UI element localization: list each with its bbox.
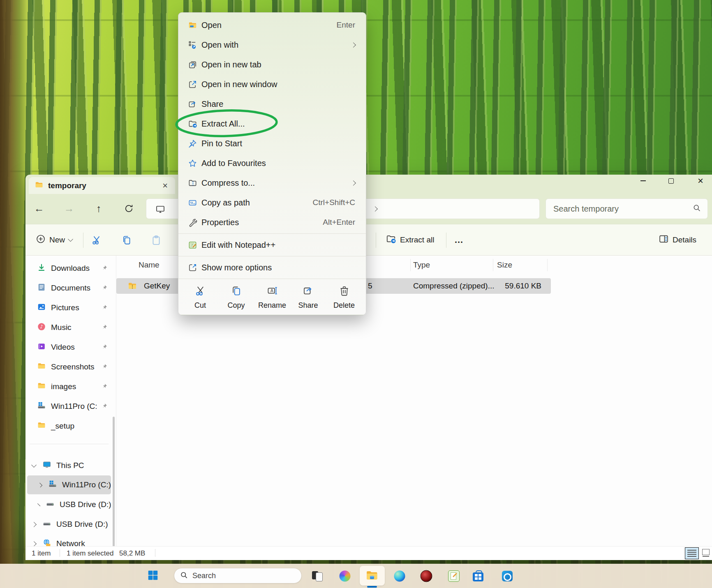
quick-action-share[interactable]: Share: [293, 285, 324, 310]
sidebar-item-videos[interactable]: Videos: [27, 338, 111, 357]
icons-view-toggle[interactable]: [702, 549, 710, 555]
extract-icon: [187, 119, 197, 129]
menu-item-pin-to-start[interactable]: Pin to Start: [178, 134, 366, 153]
menu-item-open[interactable]: Open Enter: [178, 15, 366, 35]
menu-item-open-in-new-tab[interactable]: Open in new tab: [178, 55, 366, 74]
share-icon: [187, 99, 197, 109]
column-divider[interactable]: [410, 259, 411, 271]
taskbar: [0, 564, 712, 588]
menu-item-open-with[interactable]: Open with: [178, 35, 366, 55]
extract-all-button[interactable]: Extract all: [386, 233, 434, 246]
column-divider[interactable]: [493, 259, 493, 271]
pin-icon: [102, 362, 108, 371]
paste-button[interactable]: [151, 235, 162, 245]
quick-action-cut[interactable]: Cut: [185, 285, 215, 310]
search-box[interactable]: [546, 198, 708, 219]
edge-icon[interactable]: [394, 570, 405, 581]
sidebar-item-usb-drive-2[interactable]: USB Drive (D:): [27, 515, 111, 534]
pin-icon: [102, 402, 108, 411]
sidebar-item-documents[interactable]: Documents: [27, 279, 111, 297]
rename-icon: A: [267, 285, 278, 298]
sidebar-scrollbar[interactable]: [113, 417, 115, 546]
menu-item-copy-as-path[interactable]: Copy as path Ctrl+Shift+C: [178, 193, 366, 212]
dragon-browser-icon[interactable]: [421, 570, 432, 582]
cut-icon: [195, 285, 206, 298]
start-button[interactable]: [148, 570, 159, 582]
sidebar-item-win11pro-drive[interactable]: Win11Pro (C:): [27, 475, 111, 494]
pin-icon: [102, 264, 108, 273]
notepad-plus-plus-icon[interactable]: [448, 570, 460, 582]
menu-item-show-more-options[interactable]: Show more options: [178, 258, 366, 277]
copilot-icon[interactable]: [340, 570, 351, 581]
menu-item-open-in-new-window[interactable]: Open in new window: [178, 74, 366, 94]
this-pc-icon: [42, 460, 51, 471]
chevron-collapsed-icon[interactable]: [38, 482, 42, 487]
status-divider: [155, 549, 155, 557]
microsoft-store-icon[interactable]: [473, 571, 483, 581]
os-drive-icon: [48, 480, 57, 491]
quick-action-copy[interactable]: Copy: [221, 285, 252, 310]
menu-item-compress-to[interactable]: Compress to...: [178, 173, 366, 193]
back-button[interactable]: ←: [30, 200, 48, 217]
cut-button[interactable]: [91, 235, 102, 245]
sidebar-item-pictures[interactable]: Pictures: [27, 298, 111, 317]
submenu-chevron-icon: [351, 42, 356, 48]
tab-close-icon[interactable]: ×: [161, 181, 169, 190]
navigation-pane: Downloads Documents Pictures ♪ Music: [25, 256, 116, 546]
details-view-button[interactable]: Details: [659, 234, 696, 246]
chevron-collapsed-icon[interactable]: [31, 522, 37, 527]
folder-icon: [37, 421, 46, 432]
svg-text:A: A: [270, 288, 273, 293]
column-header-type[interactable]: Type: [413, 261, 430, 270]
sidebar-item-setup[interactable]: _setup: [27, 417, 111, 436]
search-input[interactable]: [552, 204, 693, 214]
outlook-icon[interactable]: [502, 571, 513, 581]
sidebar-item-downloads[interactable]: Downloads: [27, 259, 111, 278]
sidebar-item-this-pc[interactable]: This PC: [27, 456, 111, 475]
column-header-name[interactable]: Name: [139, 261, 160, 270]
quick-action-delete[interactable]: Delete: [329, 285, 359, 310]
minimize-button[interactable]: [633, 175, 652, 187]
file-explorer-icon[interactable]: [366, 570, 378, 582]
taskbar-search-input[interactable]: [192, 571, 296, 581]
this-pc-icon[interactable]: [155, 204, 165, 216]
new-button[interactable]: New: [36, 234, 72, 246]
menu-item-extract-all[interactable]: Extract All...: [178, 114, 366, 134]
chevron-collapsed-icon[interactable]: [37, 503, 40, 506]
sidebar-item-win11pro-pinned[interactable]: Win11Pro (C:: [27, 397, 111, 416]
tab-temporary[interactable]: temporary ×: [29, 177, 175, 194]
chevron-expanded-icon[interactable]: [31, 462, 37, 468]
column-divider[interactable]: [547, 259, 548, 271]
sidebar-item-screenshots[interactable]: Screenshots: [27, 357, 111, 376]
chevron-collapsed-icon[interactable]: [31, 541, 37, 546]
extract-all-label: Extract all: [400, 235, 434, 244]
taskbar-search[interactable]: [174, 568, 302, 583]
menu-item-add-to-favourites[interactable]: Add to Favourites: [178, 153, 366, 173]
pin-icon: [102, 343, 108, 352]
explorer-content: Downloads Documents Pictures ♪ Music: [25, 256, 712, 546]
close-button[interactable]: ×: [691, 175, 710, 187]
menu-item-share[interactable]: Share: [178, 94, 366, 114]
folder-icon: [35, 180, 44, 191]
file-name: GetKey: [144, 281, 170, 291]
more-options-button[interactable]: …: [454, 235, 463, 245]
search-icon[interactable]: [693, 204, 701, 214]
menu-item-properties[interactable]: Properties Alt+Enter: [178, 212, 366, 232]
menu-item-edit-with-notepad[interactable]: Edit with Notepad++: [178, 235, 366, 255]
sidebar-item-images[interactable]: images: [27, 377, 111, 396]
quick-action-rename[interactable]: A Rename: [257, 285, 287, 310]
sidebar-item-music[interactable]: ♪ Music: [27, 318, 111, 337]
active-app-indicator: [367, 586, 377, 588]
details-view-toggle[interactable]: [685, 547, 699, 559]
up-button[interactable]: ↑: [90, 200, 107, 217]
sidebar-item-usb-drive-1[interactable]: USB Drive (D:): [27, 495, 111, 514]
copy-button[interactable]: [121, 235, 132, 245]
forward-button[interactable]: →: [60, 200, 78, 217]
task-view-icon[interactable]: [312, 570, 324, 582]
column-header-size[interactable]: Size: [497, 261, 512, 270]
maximize-button[interactable]: [661, 175, 680, 187]
folder-icon: [37, 362, 46, 373]
refresh-button[interactable]: [120, 200, 137, 217]
menu-separator: [178, 256, 366, 256]
sidebar-item-network[interactable]: Network: [27, 534, 111, 546]
